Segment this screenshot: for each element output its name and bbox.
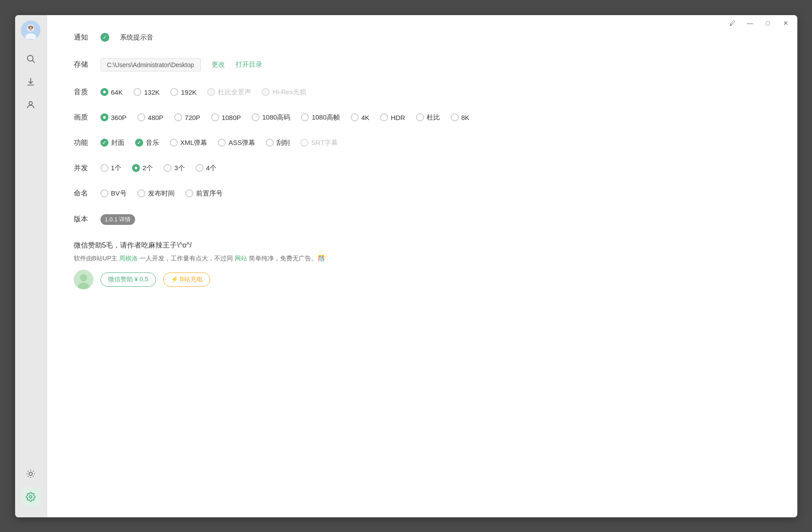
naming-time[interactable]: 发布时间 bbox=[137, 189, 175, 198]
concurrency-3-radio[interactable] bbox=[164, 164, 172, 172]
video-1080g[interactable]: 1080高帧 bbox=[301, 113, 340, 122]
naming-bv-radio[interactable] bbox=[100, 189, 108, 197]
video-quality-options: 360P 480P 720P 1080P bbox=[100, 113, 469, 122]
pin-button[interactable]: 🖊 bbox=[728, 19, 737, 28]
video-480p-radio[interactable] bbox=[137, 113, 145, 121]
naming-prefix-radio[interactable] bbox=[185, 189, 193, 197]
audio-132k-radio[interactable] bbox=[133, 88, 141, 96]
audio-hires: Hi-Res无损 bbox=[262, 88, 306, 96]
footer-desc-prefix: 软件由B站UP主 bbox=[74, 255, 120, 262]
video-4k-radio[interactable] bbox=[351, 113, 359, 121]
video-quality-label: 画质 bbox=[74, 113, 100, 122]
version-row: 版本 1.0.1 详情 bbox=[74, 214, 771, 225]
footer-tip: 微信赞助5毛，请作者吃麻辣王子\^o^/ bbox=[74, 241, 771, 250]
video-hdr[interactable]: HDR bbox=[380, 113, 405, 121]
concurrency-2[interactable]: 2个 bbox=[132, 164, 153, 172]
concurrency-row: 并发 1个 2个 3个 4个 bbox=[74, 164, 771, 173]
video-720p[interactable]: 720P bbox=[174, 113, 200, 121]
video-8k[interactable]: 8K bbox=[451, 113, 469, 121]
footer-desc: 软件由B站UP主 周棋洛 一人开发，工作量有点大，不过同 网站 简单纯净，免费无… bbox=[74, 255, 771, 263]
svg-point-5 bbox=[32, 27, 33, 28]
concurrency-3[interactable]: 3个 bbox=[164, 164, 184, 172]
video-8k-radio[interactable] bbox=[451, 113, 459, 121]
footer-actions: 微信赞助 ¥ 0.5 ⚡ B站充电 bbox=[74, 270, 771, 289]
video-480p[interactable]: 480P bbox=[137, 113, 164, 121]
naming-time-radio[interactable] bbox=[137, 189, 145, 197]
feature-ass[interactable]: ASS弹幕 bbox=[218, 139, 255, 147]
feature-music-check[interactable]: ✓ bbox=[135, 139, 143, 147]
concurrency-4-radio[interactable] bbox=[196, 164, 204, 172]
concurrency-2-radio[interactable] bbox=[132, 164, 140, 172]
sidebar-item-search[interactable] bbox=[21, 49, 40, 68]
video-4k[interactable]: 4K bbox=[351, 113, 369, 121]
video-1080p[interactable]: 1080P bbox=[211, 113, 241, 121]
minimize-button[interactable]: — bbox=[746, 19, 755, 28]
feature-scrape-check[interactable] bbox=[266, 139, 274, 147]
video-dolby-radio[interactable] bbox=[416, 113, 424, 121]
svg-line-15 bbox=[33, 476, 33, 476]
naming-label: 命名 bbox=[74, 189, 100, 198]
feature-ass-check[interactable] bbox=[218, 139, 226, 147]
version-badge[interactable]: 1.0.1 详情 bbox=[100, 214, 136, 225]
svg-point-8 bbox=[29, 101, 32, 104]
footer-desc-suffix: 简单纯净，免费无广告。🎊 bbox=[247, 255, 325, 262]
features-options: ✓ 封面 ✓ 音乐 XML弹幕 bbox=[100, 139, 338, 147]
author-link[interactable]: 周棋洛 bbox=[119, 255, 138, 262]
storage-open-btn[interactable]: 打开目录 bbox=[236, 60, 262, 69]
naming-prefix[interactable]: 前置序号 bbox=[185, 189, 223, 198]
notification-check-icon bbox=[100, 33, 109, 42]
features-label: 功能 bbox=[74, 138, 100, 148]
audio-64k-radio[interactable] bbox=[100, 88, 108, 96]
audio-hires-radio bbox=[262, 88, 270, 96]
bilibili-charge-button[interactable]: ⚡ B站充电 bbox=[163, 272, 210, 287]
sidebar-item-theme[interactable] bbox=[21, 464, 40, 484]
audio-192k[interactable]: 192K bbox=[170, 88, 196, 96]
audio-quality-label: 音质 bbox=[74, 88, 100, 97]
svg-line-7 bbox=[32, 60, 35, 63]
video-360p-radio[interactable] bbox=[100, 113, 108, 121]
concurrency-options: 1个 2个 3个 4个 bbox=[100, 164, 216, 172]
sidebar-item-settings[interactable] bbox=[21, 487, 40, 507]
feature-scrape[interactable]: 刮削 bbox=[266, 139, 290, 147]
video-hdr-radio[interactable] bbox=[380, 113, 388, 121]
feature-music[interactable]: ✓ 音乐 bbox=[135, 139, 159, 147]
video-1080h[interactable]: 1080高码 bbox=[252, 113, 290, 122]
audio-quality-options: 64K 132K 192K 杜比全景声 bbox=[100, 88, 307, 96]
sidebar-item-user[interactable] bbox=[21, 95, 40, 115]
video-1080p-radio[interactable] bbox=[211, 113, 219, 121]
restore-button[interactable]: □ bbox=[764, 19, 772, 28]
audio-64k[interactable]: 64K bbox=[100, 88, 123, 96]
video-1080h-radio[interactable] bbox=[252, 113, 260, 121]
naming-bv[interactable]: BV号 bbox=[100, 189, 127, 198]
audio-132k[interactable]: 132K bbox=[133, 88, 160, 96]
app-avatar bbox=[21, 20, 40, 40]
feature-xml[interactable]: XML弹幕 bbox=[170, 139, 208, 147]
title-controls: 🖊 — □ ✕ bbox=[728, 19, 790, 28]
wechat-donate-button[interactable]: 微信赞助 ¥ 0.5 bbox=[100, 272, 156, 287]
concurrency-1[interactable]: 1个 bbox=[100, 164, 121, 172]
feature-cover[interactable]: ✓ 封面 bbox=[100, 139, 124, 147]
version-label: 版本 bbox=[74, 215, 100, 224]
footer-section: 微信赞助5毛，请作者吃麻辣王子\^o^/ 软件由B站UP主 周棋洛 一人开发，工… bbox=[74, 241, 771, 289]
video-360p[interactable]: 360P bbox=[100, 113, 127, 121]
features-row: 功能 ✓ 封面 ✓ 音乐 bbox=[74, 138, 771, 148]
main-window: 通知 系统提示音 存储 C:\Users\Administrator\Deskt… bbox=[15, 15, 797, 517]
video-dolby[interactable]: 杜比 bbox=[416, 113, 440, 122]
video-720p-radio[interactable] bbox=[174, 113, 182, 121]
storage-content: C:\Users\Administrator\Desktop 更改 打开目录 bbox=[100, 58, 262, 72]
concurrency-4[interactable]: 4个 bbox=[196, 164, 216, 172]
version-content: 1.0.1 详情 bbox=[100, 214, 136, 225]
feature-srt: SRT字幕 bbox=[300, 139, 338, 147]
feature-cover-check[interactable]: ✓ bbox=[100, 139, 108, 147]
audio-192k-radio[interactable] bbox=[170, 88, 178, 96]
video-quality-row: 画质 360P 480P 720P bbox=[74, 113, 771, 122]
sidebar-item-download[interactable] bbox=[21, 72, 40, 92]
video-1080g-radio[interactable] bbox=[301, 113, 309, 121]
footer-desc-middle: 一人开发，工作量有点大，不过同 bbox=[138, 255, 235, 262]
website-link[interactable]: 网站 bbox=[235, 255, 247, 262]
feature-xml-check[interactable] bbox=[170, 139, 178, 147]
concurrency-1-radio[interactable] bbox=[100, 164, 108, 172]
storage-change-btn[interactable]: 更改 bbox=[212, 60, 225, 69]
settings-panel: 通知 系统提示音 存储 C:\Users\Administrator\Deskt… bbox=[47, 15, 797, 517]
close-button[interactable]: ✕ bbox=[781, 19, 790, 28]
